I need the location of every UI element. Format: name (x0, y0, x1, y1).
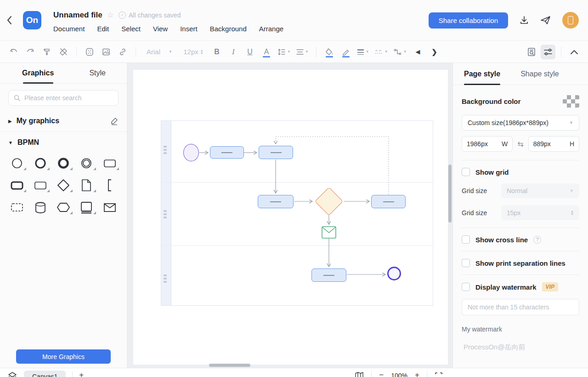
clear-format-icon[interactable] (56, 45, 71, 59)
zoom-out-button[interactable]: − (379, 371, 384, 377)
canvas-page[interactable] (133, 70, 448, 365)
collapse-triangle-icon[interactable]: ▶ (8, 119, 12, 124)
share-collaboration-button[interactable]: Share collaboration (429, 12, 508, 29)
line-width-button[interactable]: ▼ (355, 45, 371, 59)
height-input[interactable] (533, 140, 561, 148)
help-icon[interactable]: ? (533, 236, 541, 244)
menu-edit[interactable]: Edit (97, 25, 109, 33)
processon-logo[interactable]: On (23, 11, 41, 29)
shape-group-bracket[interactable] (98, 176, 121, 194)
tab-page-style[interactable]: Page style (464, 63, 500, 85)
shape-document[interactable] (75, 176, 98, 194)
bold-button[interactable]: B (209, 45, 224, 59)
page-size-select[interactable]: Custom size(1986px*889px)▼ (462, 115, 579, 131)
fill-color-button[interactable] (322, 45, 337, 59)
align-button[interactable]: ▼ (294, 45, 311, 59)
canvas-tab[interactable]: Canvas1 (24, 371, 66, 377)
shape-data-store[interactable] (28, 198, 51, 217)
panel-settings-button[interactable] (541, 45, 555, 59)
task-node[interactable] (311, 268, 346, 282)
menu-background[interactable]: Background (210, 25, 247, 33)
layers-icon[interactable] (7, 371, 17, 377)
shape-display[interactable] (75, 198, 98, 217)
font-color-button[interactable]: A (259, 45, 274, 59)
shape-thick-task[interactable] (6, 176, 28, 194)
menu-insert[interactable]: Insert (180, 25, 198, 33)
task-node[interactable] (259, 146, 293, 159)
shape-start-event[interactable] (6, 154, 28, 172)
menu-view[interactable]: View (153, 25, 168, 33)
prev-arrow-button[interactable]: ◀ (411, 45, 425, 59)
back-button[interactable] (0, 16, 18, 25)
start-event-node[interactable] (183, 144, 199, 161)
grid-size-stepper[interactable]: 15px ▲▼ (501, 206, 579, 220)
next-arrow-button[interactable]: ❯ (427, 45, 442, 59)
shape-task[interactable] (98, 154, 121, 172)
add-canvas-button[interactable]: + (79, 371, 84, 377)
fullscreen-icon[interactable] (435, 371, 443, 377)
connector-type-button[interactable]: ▼ (392, 45, 409, 59)
collapse-toolbar-button[interactable] (567, 45, 582, 59)
pattern-fill-icon[interactable] (82, 45, 97, 59)
shape-double-circle-event[interactable] (75, 154, 98, 172)
font-size-select[interactable]: 12px ▲▼ (179, 45, 208, 59)
undo-button[interactable] (6, 45, 21, 59)
menu-document[interactable]: Document (53, 25, 85, 33)
grid-size-select[interactable]: Normal▼ (501, 183, 579, 198)
end-event-node[interactable] (387, 267, 401, 280)
bpmn-section[interactable]: ▼ BPMN (0, 132, 127, 153)
shape-message-envelope[interactable] (98, 198, 121, 217)
zoom-level[interactable]: 100% (391, 371, 407, 377)
shape-gateway-diamond[interactable] (52, 176, 75, 194)
my-graphics-section[interactable]: ▶ My graphics (0, 110, 127, 131)
task-node[interactable] (371, 195, 406, 208)
menu-arrange[interactable]: Arrange (259, 25, 283, 33)
shape-search[interactable] (8, 90, 119, 106)
document-title[interactable]: Unnamed file (53, 11, 102, 20)
task-node[interactable] (210, 146, 244, 159)
line-color-button[interactable] (339, 45, 353, 59)
message-node[interactable] (322, 226, 336, 240)
show-print-lines-checkbox[interactable] (462, 259, 470, 267)
redo-button[interactable] (23, 45, 38, 59)
italic-button[interactable]: I (226, 45, 241, 59)
shape-end-event[interactable] (52, 154, 75, 172)
tab-graphics[interactable]: Graphics (22, 63, 54, 84)
menu-select[interactable]: Select (121, 25, 141, 33)
format-painter-icon[interactable] (40, 45, 54, 59)
send-icon[interactable] (540, 15, 551, 25)
zoom-in-button[interactable]: + (415, 371, 419, 377)
line-height-button[interactable]: ▼ (276, 45, 293, 59)
underline-button[interactable]: U (243, 45, 257, 59)
shape-intermediate-event[interactable] (28, 154, 51, 172)
shape-plain-task[interactable] (28, 176, 51, 194)
horizontal-scrollbar[interactable] (209, 364, 250, 367)
show-cross-line-checkbox[interactable] (462, 235, 470, 244)
width-input[interactable] (467, 140, 494, 148)
swap-dimensions-icon[interactable]: ⇆ (516, 140, 524, 149)
download-icon[interactable] (519, 15, 529, 25)
height-field[interactable]: H (528, 136, 579, 152)
minimap-icon[interactable] (355, 371, 364, 377)
watermark-value[interactable]: ProcessOn@岳向前 (462, 343, 579, 352)
search-input[interactable] (24, 94, 113, 102)
font-family-select[interactable]: Arial▼ (141, 45, 177, 59)
tab-shape-style[interactable]: Shape style (520, 63, 559, 85)
shape-dashed-rect[interactable] (6, 198, 28, 217)
watermark-text-input[interactable] (462, 299, 579, 315)
show-grid-checkbox[interactable] (462, 168, 470, 176)
image-icon[interactable] (99, 45, 113, 59)
transparent-color-swatch[interactable] (563, 95, 579, 108)
vertical-scrollbar[interactable] (448, 165, 452, 223)
expand-triangle-icon[interactable]: ▼ (8, 140, 13, 145)
more-graphics-button[interactable]: More Graphics (16, 349, 111, 364)
tab-style[interactable]: Style (89, 63, 106, 84)
shape-hexagon[interactable] (52, 198, 75, 217)
display-watermark-checkbox[interactable] (462, 283, 470, 291)
link-icon[interactable] (115, 45, 130, 59)
avatar[interactable] (562, 12, 579, 29)
task-node[interactable] (258, 195, 294, 208)
favorite-star-icon[interactable]: ☆ (107, 10, 114, 20)
find-in-document-button[interactable] (524, 45, 539, 59)
edit-pencil-icon[interactable] (110, 117, 119, 125)
